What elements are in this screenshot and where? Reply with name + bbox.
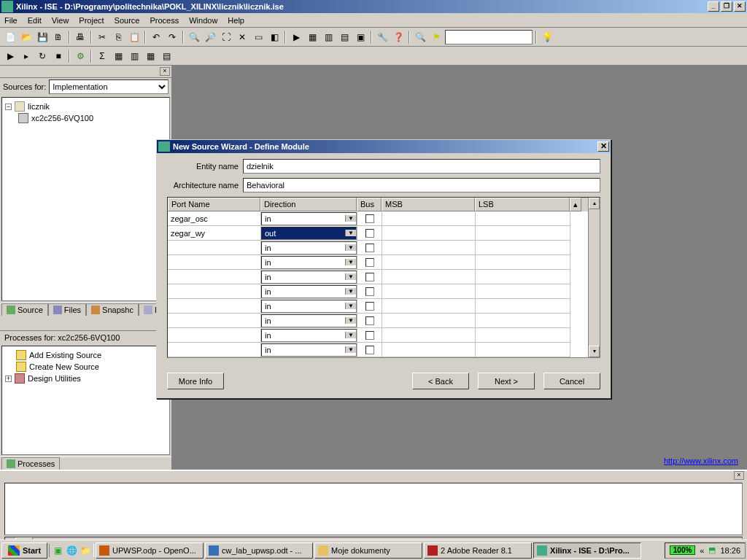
new-icon[interactable]: 📄 <box>3 30 18 44</box>
tool-icon[interactable]: ✕ <box>235 30 249 44</box>
lsb-cell[interactable] <box>476 255 570 270</box>
table-scrollbar[interactable]: ▴ ▾ <box>588 198 600 357</box>
direction-select[interactable]: in▼ <box>261 271 357 284</box>
bus-checkbox[interactable] <box>365 346 374 354</box>
bus-checkbox[interactable] <box>365 287 374 296</box>
tree-item-label[interactable]: licznik <box>28 102 50 111</box>
zoomfit-icon[interactable]: ⛶ <box>219 30 233 44</box>
port-name-cell[interactable] <box>168 314 261 328</box>
port-name-cell[interactable]: zegar_osc <box>168 211 261 226</box>
bus-checkbox[interactable] <box>365 302 374 311</box>
layout4-icon[interactable]: ▣ <box>353 30 368 44</box>
copy-icon[interactable]: ⎘ <box>111 30 125 44</box>
dropdown-arrow-icon[interactable]: ▼ <box>345 244 356 251</box>
lsb-cell[interactable] <box>476 241 570 255</box>
sources-select[interactable]: Implementation <box>49 79 169 94</box>
dropdown-arrow-icon[interactable]: ▼ <box>345 332 356 338</box>
direction-select[interactable]: in▼ <box>261 241 357 254</box>
proc-icon[interactable]: ▶ <box>3 49 18 63</box>
search-icon[interactable]: 🔍 <box>413 30 427 44</box>
start-button[interactable]: Start <box>1 542 47 559</box>
process-item[interactable]: Create New Source <box>29 362 99 371</box>
lsb-cell[interactable] <box>476 299 570 314</box>
zoomout-icon[interactable]: 🔎 <box>203 30 217 44</box>
gear-icon[interactable]: ⚙ <box>73 49 88 63</box>
help-icon[interactable]: ❓ <box>391 30 406 44</box>
ql-icon[interactable]: 🌐 <box>65 544 78 557</box>
view4-icon[interactable]: ▤ <box>159 49 174 63</box>
direction-select[interactable]: in▼ <box>261 256 357 269</box>
col-bus[interactable]: Bus <box>357 198 382 211</box>
processes-tree[interactable]: Add Existing SourceCreate New Source+Des… <box>1 346 170 455</box>
direction-select[interactable]: in▼ <box>261 212 357 225</box>
dropdown-arrow-icon[interactable]: ▼ <box>345 230 356 236</box>
col-msb[interactable]: MSB <box>382 198 475 211</box>
lsb-cell[interactable] <box>476 226 570 241</box>
console-close-icon[interactable]: × <box>734 471 744 480</box>
dropdown-arrow-icon[interactable]: ▼ <box>345 303 356 309</box>
col-port-name[interactable]: Port Name <box>168 198 260 211</box>
entity-name-input[interactable] <box>243 159 600 174</box>
tree-item-label[interactable]: xc2c256-6VQ100 <box>31 114 93 122</box>
direction-select[interactable]: in▼ <box>261 285 357 298</box>
proc3-icon[interactable]: ↻ <box>35 49 50 63</box>
minimize-button[interactable]: _ <box>708 1 719 12</box>
process-item[interactable]: Design Utilities <box>28 374 81 383</box>
dropdown-arrow-icon[interactable]: ▼ <box>345 259 356 265</box>
col-direction[interactable]: Direction <box>260 198 357 211</box>
port-name-cell[interactable] <box>168 270 261 284</box>
taskbar-button[interactable]: cw_lab_upwsp.odt - ... <box>205 542 313 559</box>
bus-checkbox[interactable] <box>365 331 374 340</box>
taskbar-button[interactable]: Moje dokumenty <box>314 542 422 559</box>
port-name-cell[interactable]: zegar_wy <box>168 226 261 241</box>
taskbar-button[interactable]: UPWSP.odp - OpenO... <box>96 542 204 559</box>
cancel-button[interactable]: Cancel <box>543 373 600 389</box>
bus-checkbox[interactable] <box>365 273 374 281</box>
menu-source[interactable]: Source <box>115 16 140 25</box>
dropdown-arrow-icon[interactable]: ▼ <box>345 346 356 353</box>
proc2-icon[interactable]: ▸ <box>19 49 34 63</box>
save-icon[interactable]: 💾 <box>35 30 50 44</box>
msb-cell[interactable] <box>382 270 476 284</box>
msb-cell[interactable] <box>382 211 476 226</box>
tray-icon[interactable]: ⬒ <box>708 545 716 555</box>
msb-cell[interactable] <box>382 314 476 328</box>
dropdown-arrow-icon[interactable]: ▼ <box>345 215 356 222</box>
msb-cell[interactable] <box>382 241 476 255</box>
layout2-icon[interactable]: ▥ <box>321 30 336 44</box>
layout3-icon[interactable]: ▤ <box>337 30 352 44</box>
lsb-cell[interactable] <box>476 328 570 343</box>
msb-cell[interactable] <box>382 255 476 270</box>
flag-icon[interactable]: ⚑ <box>429 30 444 44</box>
tab-files[interactable]: Files <box>48 303 86 316</box>
menu-help[interactable]: Help <box>228 16 244 25</box>
panel-close-icon[interactable]: × <box>160 67 170 76</box>
tool2-icon[interactable]: ▭ <box>251 30 266 44</box>
bus-checkbox[interactable] <box>365 258 374 267</box>
tab-snapshc[interactable]: Snapshc <box>86 303 139 316</box>
msb-cell[interactable] <box>382 284 476 299</box>
bus-checkbox[interactable] <box>365 244 374 252</box>
view3-icon[interactable]: ▦ <box>143 49 158 63</box>
lsb-cell[interactable] <box>476 284 570 299</box>
port-name-cell[interactable] <box>168 343 261 357</box>
bus-checkbox[interactable] <box>365 229 374 238</box>
msb-cell[interactable] <box>382 299 476 314</box>
port-name-cell[interactable] <box>168 284 261 299</box>
architecture-name-input[interactable] <box>243 178 600 192</box>
col-lsb[interactable]: LSB <box>475 198 570 211</box>
port-name-cell[interactable] <box>168 241 261 255</box>
port-name-cell[interactable] <box>168 299 261 314</box>
sigma-icon[interactable]: Σ <box>95 49 109 63</box>
zoomin-icon[interactable]: 🔍 <box>187 30 201 44</box>
next-button[interactable]: Next > <box>478 373 535 389</box>
tab-processes[interactable]: Processes <box>1 457 60 470</box>
close-button[interactable]: ✕ <box>734 1 746 12</box>
sources-tree[interactable]: −licznikxc2c256-6VQ100 <box>1 97 170 301</box>
more-info-button[interactable]: More Info <box>167 373 224 389</box>
ql-icon[interactable]: 📁 <box>79 544 92 557</box>
tool3-icon[interactable]: ◧ <box>267 30 282 44</box>
taskbar-button[interactable]: 2 Adobe Reader 8.1 <box>424 542 532 559</box>
menu-window[interactable]: Window <box>189 16 217 25</box>
lsb-cell[interactable] <box>476 211 570 226</box>
